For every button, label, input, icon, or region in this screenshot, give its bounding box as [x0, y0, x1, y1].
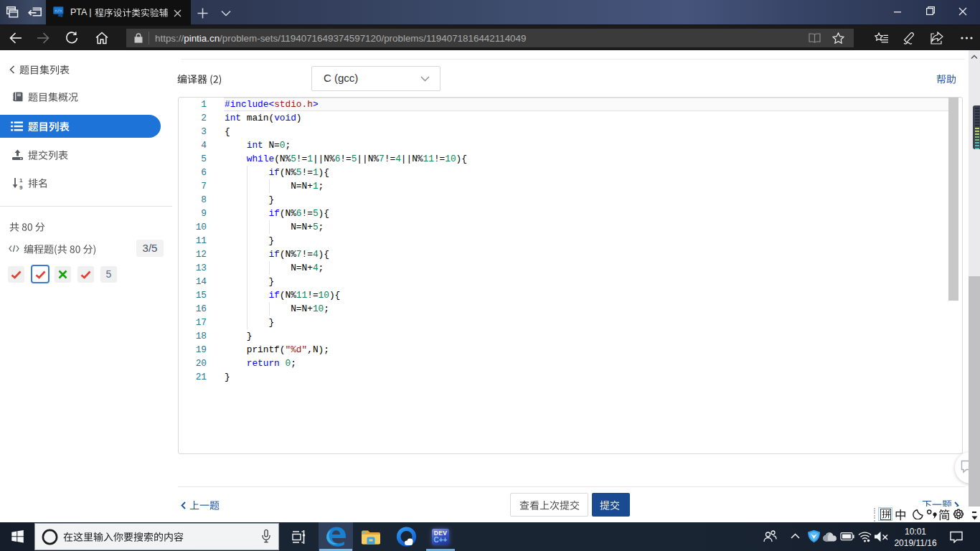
svg-text:1: 1 — [19, 177, 23, 184]
svg-text:</>: </> — [55, 9, 62, 14]
svg-text:9: 9 — [19, 184, 23, 190]
